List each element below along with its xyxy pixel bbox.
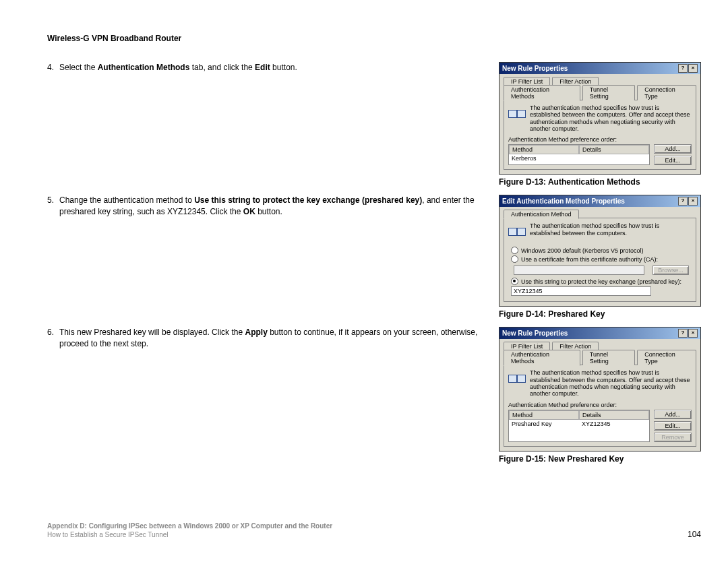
th-details: Details [579,410,649,420]
close-icon[interactable]: × [688,197,698,206]
figure-caption-d13: Figure D-13: Authentication Methods [499,177,701,187]
auth-methods-table[interactable]: Method Details Kerberos [508,144,650,165]
edit-button[interactable]: Edit... [654,421,692,431]
step-text: Select the Authentication Methods tab, a… [59,62,297,73]
help-icon[interactable]: ? [678,64,688,73]
info-text: The authentication method specifies how … [530,222,692,237]
info-text: The authentication method specifies how … [530,104,692,132]
computers-icon [508,104,526,119]
dialog-title: New Rule Properties [502,65,568,72]
footer-subtitle: How to Establish a Secure IPSec Tunnel [47,530,332,539]
figure-caption-d15: Figure D-15: New Preshared Key [499,454,701,464]
dialog-title: Edit Authentication Method Properties [502,197,625,205]
info-text: The authentication method specifies how … [530,369,692,397]
preference-label: Authentication Method preference order: [508,136,692,143]
step-5: 5. Change the authentication method to U… [47,195,485,216]
radio-icon[interactable] [511,247,518,254]
document-title: Wireless-G VPN Broadband Router [47,34,701,43]
radio-certificate[interactable]: Use a certificate from this certificate … [511,255,689,263]
dialog-new-rule-properties-1: New Rule Properties ? × IP Filter List F… [499,62,701,175]
step-number: 6. [47,327,59,348]
step-text: Change the authentication method to Use … [59,195,485,216]
help-icon[interactable]: ? [678,197,688,206]
help-icon[interactable]: ? [678,329,688,338]
tab-connection-type[interactable]: Connection Type [637,350,696,365]
titlebar: New Rule Properties ? × [499,327,700,339]
tab-tunnel-setting[interactable]: Tunnel Setting [582,85,635,100]
tab-authentication-methods[interactable]: Authentication Methods [504,350,580,366]
tab-tunnel-setting[interactable]: Tunnel Setting [582,350,635,365]
th-method: Method [509,145,579,154]
page-number: 104 [688,530,701,539]
edit-button[interactable]: Edit... [654,156,692,165]
radio-preshared-key[interactable]: Use this string to protect the key excha… [511,278,689,285]
step-number: 5. [47,195,59,216]
auth-methods-table[interactable]: Method Details Preshared Key XYZ12345 [508,410,650,442]
add-button[interactable]: Add... [654,410,692,419]
th-details: Details [579,145,649,154]
dialog-edit-auth-method: Edit Authentication Method Properties ? … [499,195,701,307]
step-text: This new Preshared key will be displayed… [59,327,485,348]
preshared-key-input[interactable]: XYZ12345 [511,286,651,296]
page-footer: Appendix D: Configuring IPSec between a … [47,522,701,539]
close-icon[interactable]: × [688,329,698,338]
table-row[interactable]: Preshared Key XYZ12345 [509,420,649,428]
dialog-new-rule-properties-2: New Rule Properties ? × IP Filter List F… [499,327,701,451]
titlebar: Edit Authentication Method Properties ? … [499,195,700,207]
tab-authentication-methods[interactable]: Authentication Methods [504,85,580,101]
step-6: 6. This new Preshared key will be displa… [47,327,485,348]
browse-button: Browse... [653,266,689,275]
footer-appendix: Appendix D: Configuring IPSec between a … [47,522,332,530]
computers-icon [508,369,526,384]
figure-caption-d14: Figure D-14: Preshared Key [499,309,701,319]
table-row[interactable]: Kerberos [509,154,649,162]
preference-label: Authentication Method preference order: [508,402,692,408]
radio-icon[interactable] [511,278,518,285]
tab-authentication-method[interactable]: Authentication Method [504,210,579,219]
step-4: 4. Select the Authentication Methods tab… [47,62,485,73]
remove-button[interactable]: Remove [654,433,692,442]
close-icon[interactable]: × [688,64,698,73]
step-number: 4. [47,62,59,73]
tab-connection-type[interactable]: Connection Type [637,85,696,100]
radio-icon[interactable] [511,255,518,263]
ca-input [514,266,644,275]
th-method: Method [509,410,579,420]
dialog-title: New Rule Properties [502,330,568,337]
computers-icon [508,222,526,237]
add-button[interactable]: Add... [654,144,692,154]
radio-kerberos[interactable]: Windows 2000 default (Kerberos V5 protoc… [511,247,689,254]
titlebar: New Rule Properties ? × [499,63,700,74]
